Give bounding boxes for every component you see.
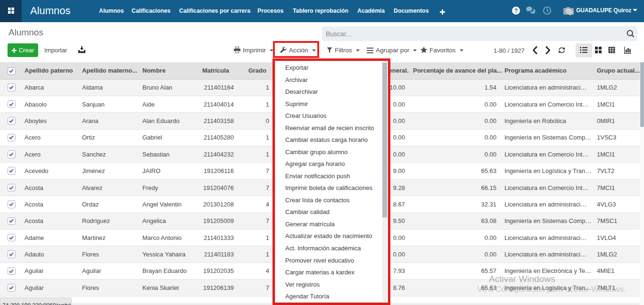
- svg-text:?: ?: [514, 8, 518, 14]
